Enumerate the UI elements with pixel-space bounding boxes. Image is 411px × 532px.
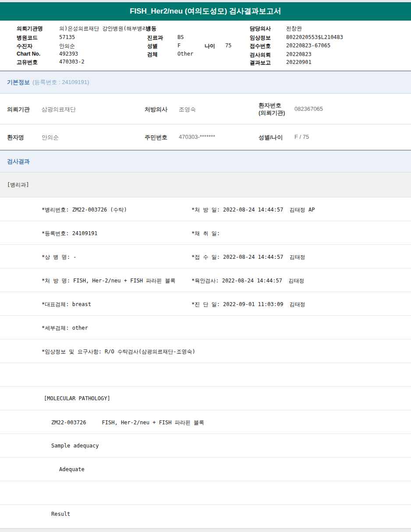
footer-strip [0, 528, 411, 532]
result-row-prescription-name: *처 방 명: FISH, Her-2/neu + FISH 파라핀 블록 *육… [0, 268, 411, 292]
department-label: [병리과] [7, 182, 29, 188]
label-referral-org: 의뢰기관 [7, 106, 30, 113]
field-label-result-report: 결과보고 [250, 59, 271, 67]
result-row-main-specimen: *대표검체: breast *진 단 일: 2022-09-01 11:03:0… [0, 292, 411, 316]
field-label-receipt-no: 접수번호 [250, 42, 271, 50]
value-resident-no: 470303-******* [179, 134, 215, 140]
report-title: FISH_Her2/neu (여의도성모) 검사결과보고서 [130, 7, 281, 15]
result-row-registration-no: *등록번호: 24109191 *채 취 일: [0, 221, 411, 245]
label-prescriber: 처방의사 [145, 106, 167, 113]
field-label-referring-org: 의뢰기관명 [17, 25, 43, 32]
basic-info-reg-no: (등록번호 : 24109191) [32, 78, 89, 86]
adequate-value: Adequate [59, 466, 85, 472]
result-row-sub-specimen: *세부검체: other [0, 316, 411, 339]
result-row-molecular-header: [MOLECULAR PATHOLOGY] [0, 387, 411, 410]
empty-row [0, 481, 411, 505]
diagnosis-date-text: *진 단 일: 2022-09-01 11:03:09 김태정 [191, 301, 305, 308]
field-label-examinee: 수진자 [17, 42, 32, 50]
receipt-date-text: *접 수 일: 2022-08-24 14:44:57 김태정 [191, 254, 305, 261]
value-patient-no: 082367065 [294, 106, 323, 112]
result-label: Result [51, 511, 70, 517]
main-specimen-text: *대표검체: breast [42, 301, 91, 308]
field-label-specimen: 검체 [147, 51, 158, 58]
registration-no-text: *등록번호: 24109191 [42, 230, 97, 237]
field-value-hospital-code: 57135 [59, 34, 75, 40]
field-label-chart-no: Chart No. [17, 51, 40, 57]
clinical-request-text: *임상정보 및 요구사항: R/O 수탁검사(삼광의료재단-조영숙) [42, 348, 195, 356]
collection-date-text: *채 취 일: [191, 230, 220, 237]
field-value-result-report: 20220901 [286, 59, 312, 65]
result-row-molecular-test: ZM22-003726 FISH, Her-2/neu + FISH 파라핀 블… [0, 410, 411, 434]
field-label-unique-no: 고유번호 [17, 59, 38, 66]
label-patient-no-line1: 환자번호 [259, 102, 281, 109]
label-sex-age: 성별/나이 [259, 134, 283, 141]
gross-exam-text: *육안검사: 2022-08-24 14:44:57 김태정 [191, 277, 304, 285]
sample-adequacy-label: Sample adequacy [51, 443, 99, 449]
result-row-result: Result [0, 505, 411, 528]
field-label-hospital-code: 병원코드 [17, 34, 38, 42]
value-referral-org: 삼광의료재단 [42, 106, 76, 113]
basic-info-row-1: 의뢰기관 삼광의료재단 처방의사 조영숙 환자번호 (의뢰기관) 0823670… [0, 94, 411, 124]
prescription-name-text: *처 방 명: FISH, Her-2/neu + FISH 파라핀 블록 [42, 277, 176, 285]
basic-info-row-2: 환자명 안의순 주민번호 470303-******* 성별/나이 F / 75 [0, 124, 411, 150]
value-sex-age: F / 75 [294, 134, 309, 140]
field-label-doctor: 담당의사 [250, 25, 271, 32]
molecular-test-text: ZM22-003726 FISH, Her-2/neu + FISH 파라핀 블… [51, 419, 204, 426]
report-page: FISH_Her2/neu (여의도성모) 검사결과보고서 의뢰기관명 의)은성… [0, 0, 411, 532]
sub-specimen-text: *세부검체: other [42, 324, 88, 332]
field-label-dept: 진료과 [147, 34, 163, 42]
result-row-sample-adequacy: Sample adequacy [0, 434, 411, 458]
field-value-doctor: 전창완 [286, 25, 302, 32]
label-resident-no: 주민번호 [145, 134, 167, 141]
field-label-clinical-info: 임상정보 [250, 34, 271, 42]
department-row: [병리과] [0, 173, 411, 197]
value-prescriber: 조영숙 [179, 106, 196, 113]
field-value-receipt-no: 20220823-67065 [286, 42, 330, 49]
prescription-date-text: *처 방 일: 2022-08-24 14:44:57 김태정 AP [191, 206, 315, 214]
label-patient-name: 환자명 [7, 134, 24, 141]
value-patient-name: 안의순 [42, 134, 59, 141]
field-label-test-request: 검사의뢰 [250, 51, 271, 59]
field-value-clinical-info: 8022020553$L210483 [286, 34, 343, 40]
field-value-specimen: Other [177, 51, 193, 57]
results-title: 검사결과 [7, 158, 30, 166]
pathology-no-text: *병리번호: ZM22-003726 (수탁) [42, 206, 127, 214]
field-value-sex: F [177, 42, 181, 49]
field-value-test-request: 20220823 [286, 51, 312, 57]
field-label-sex: 성별 [147, 42, 158, 50]
report-title-bar: FISH_Her2/neu (여의도성모) 검사결과보고서 [0, 2, 411, 21]
label-patient-no-line2: (의뢰기관) [259, 109, 285, 116]
field-label-ward: 병동 [146, 25, 156, 32]
field-value-age: 75 [225, 42, 231, 49]
result-row-adequate: Adequate [0, 458, 411, 481]
field-value-unique-no: 470303-2 [59, 59, 85, 65]
patient-header: 의뢰기관명 의)은성의료재단 강안병원(해부병리) 병원코드 57135 수진자… [0, 21, 411, 70]
result-row-clinical-request: *임상정보 및 요구사항: R/O 수탁검사(삼광의료재단-조영숙) [0, 339, 411, 363]
results-section-header: 검사결과 [0, 150, 411, 173]
disease-name-text: *상 병 명: - [42, 254, 76, 261]
empty-row [0, 363, 411, 387]
field-label-age: 나이 [205, 42, 215, 50]
basic-info-title: 기본정보 [7, 78, 30, 86]
field-value-dept: BS [177, 34, 184, 40]
field-value-chart-no: 492393 [59, 51, 78, 57]
molecular-pathology-heading: [MOLECULAR PATHOLOGY] [44, 395, 110, 402]
field-value-examinee: 안의순 [59, 42, 75, 50]
result-row-disease-name: *상 병 명: - *접 수 일: 2022-08-24 14:44:57 김태… [0, 245, 411, 268]
basic-info-section-header: 기본정보 (등록번호 : 24109191) [0, 70, 411, 94]
result-row-pathology-no: *병리번호: ZM22-003726 (수탁) *처 방 일: 2022-08-… [0, 197, 411, 221]
field-value-referring-org: 의)은성의료재단 강안병원(해부병리) [59, 25, 151, 32]
